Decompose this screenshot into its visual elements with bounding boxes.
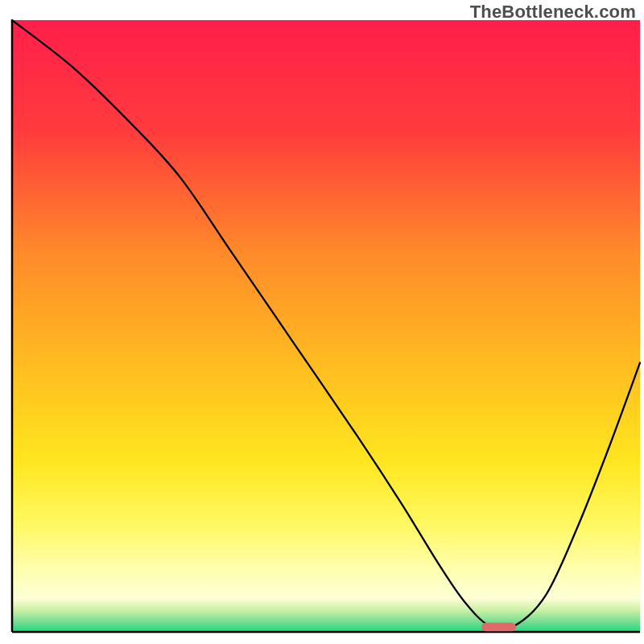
chart-stage: TheBottleneck.com	[0, 0, 644, 644]
plot-area	[12, 20, 640, 632]
bottleneck-chart	[0, 0, 644, 644]
watermark-label: TheBottleneck.com	[470, 2, 636, 23]
optimal-range-marker	[481, 623, 516, 632]
